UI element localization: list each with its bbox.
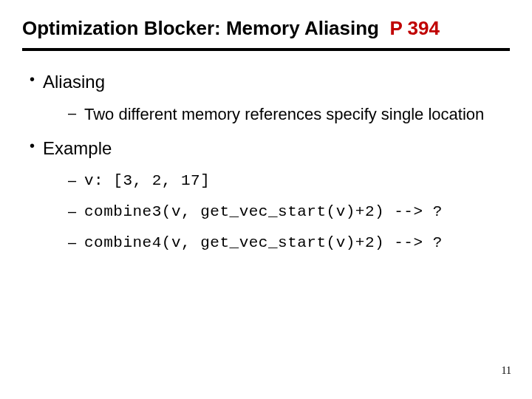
sub-bullet-text: combine4(v, get_vec_start(v)+2) --> ? xyxy=(84,233,443,253)
sub-bullet-text: combine3(v, get_vec_start(v)+2) --> ? xyxy=(84,202,443,222)
dash-icon: – xyxy=(68,171,84,191)
bullet-label: Aliasing xyxy=(43,70,105,93)
list-item: • Example – v: [3, 2, 17] – combine3(v, … xyxy=(30,137,510,253)
slide-title: Optimization Blocker: Memory Aliasing P … xyxy=(22,16,510,41)
page-number: 11 xyxy=(502,365,511,377)
bullet-label: Example xyxy=(43,137,112,160)
list-item: – combine3(v, get_vec_start(v)+2) --> ? xyxy=(68,202,510,222)
sub-list: – v: [3, 2, 17] – combine3(v, get_vec_st… xyxy=(30,171,510,254)
list-item: • Aliasing – Two different memory refere… xyxy=(30,70,510,126)
list-item: – v: [3, 2, 17] xyxy=(68,171,510,191)
title-main: Optimization Blocker: Memory Aliasing xyxy=(22,17,379,39)
dash-icon: – xyxy=(68,202,84,222)
list-item: – Two different memory references specif… xyxy=(68,103,510,126)
dash-icon: – xyxy=(68,233,84,253)
title-divider xyxy=(22,48,510,51)
slide: Optimization Blocker: Memory Aliasing P … xyxy=(0,0,532,399)
bullet-list: • Aliasing – Two different memory refere… xyxy=(22,70,510,254)
sub-bullet-text: Two different memory references specify … xyxy=(84,103,484,126)
dash-icon: – xyxy=(68,103,84,123)
title-highlight: P 394 xyxy=(389,17,439,39)
bullet-dot-icon: • xyxy=(30,137,43,154)
sub-bullet-text: v: [3, 2, 17] xyxy=(84,171,210,191)
list-item: – combine4(v, get_vec_start(v)+2) --> ? xyxy=(68,233,510,253)
bullet-dot-icon: • xyxy=(30,70,43,88)
sub-list: – Two different memory references specif… xyxy=(30,103,510,126)
